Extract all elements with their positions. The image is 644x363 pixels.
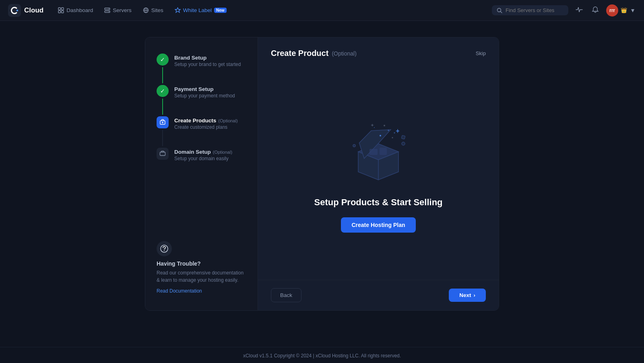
- sites-icon: [143, 7, 149, 13]
- search-icon: [497, 8, 502, 13]
- step-domain-title: Domain Setup (Optional): [174, 149, 232, 155]
- svg-point-7: [109, 8, 109, 9]
- connector-3: [162, 130, 163, 146]
- main-content: ✓ Brand Setup Setup your brand to get st…: [0, 21, 644, 347]
- svg-point-19: [164, 250, 165, 251]
- svg-rect-4: [62, 11, 64, 13]
- help-description: Read our comprehensive documentation & l…: [157, 269, 246, 284]
- help-link[interactable]: Read Documentation: [157, 288, 202, 294]
- svg-point-25: [394, 132, 395, 133]
- svg-rect-3: [58, 11, 61, 13]
- svg-point-24: [384, 125, 385, 126]
- step-payment-subtitle: Setup your payment method: [174, 93, 235, 99]
- right-panel: Create Product (Optional) Skip: [258, 37, 499, 310]
- step-list: ✓ Brand Setup Setup your brand to get st…: [157, 54, 246, 229]
- setup-title: Setup Products & Start Selling: [314, 197, 442, 208]
- step-payment-setup: ✓ Payment Setup Setup your payment metho…: [157, 85, 246, 116]
- step-products-title: Create Products (Optional): [174, 118, 238, 124]
- whitelabel-badge: New: [214, 8, 227, 13]
- user-chevron-icon: ▾: [630, 5, 636, 16]
- svg-rect-31: [401, 135, 405, 139]
- step-payment-title: Payment Setup: [174, 86, 235, 92]
- help-section: Having Trouble? Read our comprehensive d…: [157, 229, 246, 294]
- step-create-products: Create Products (Optional) Create custom…: [157, 116, 246, 148]
- nav-item-sites[interactable]: Sites: [138, 5, 168, 16]
- connector-1: [162, 67, 163, 83]
- search-input[interactable]: [506, 7, 564, 13]
- avatar: rrr: [606, 4, 618, 16]
- notification-icon[interactable]: [590, 4, 601, 16]
- step-brand-setup: ✓ Brand Setup Setup your brand to get st…: [157, 54, 246, 85]
- whitelabel-icon: [175, 7, 181, 13]
- servers-icon: [104, 7, 110, 13]
- step-domain-subtitle: Setup your domain easily: [174, 156, 232, 161]
- nav-right: rrr 👑 ▾: [492, 4, 636, 16]
- nav-item-servers[interactable]: Servers: [99, 5, 136, 16]
- nav-items: Dashboard Servers Sites White Label: [53, 5, 489, 16]
- svg-rect-2: [62, 8, 64, 10]
- connector-2: [162, 99, 163, 115]
- next-button[interactable]: Next ›: [449, 289, 486, 302]
- crown-icon: 👑: [621, 7, 627, 13]
- svg-point-23: [374, 127, 375, 128]
- create-hosting-plan-button[interactable]: Create Hosting Plan: [341, 217, 415, 233]
- right-header: Create Product (Optional) Skip: [258, 37, 499, 66]
- back-button[interactable]: Back: [271, 288, 301, 302]
- logo[interactable]: Cloud: [8, 4, 43, 17]
- nav-item-dashboard[interactable]: Dashboard: [53, 5, 98, 16]
- svg-point-22: [392, 137, 393, 138]
- box-illustration: [342, 113, 415, 186]
- svg-point-8: [109, 11, 109, 12]
- step-brand-icon: ✓: [157, 54, 169, 66]
- right-body: Setup Products & Start Selling Create Ho…: [258, 66, 499, 280]
- svg-point-20: [380, 135, 381, 136]
- nav-item-whitelabel[interactable]: White Label New: [170, 5, 231, 16]
- svg-point-29: [402, 142, 405, 145]
- svg-rect-1: [58, 8, 61, 10]
- pulse-icon[interactable]: [574, 4, 584, 16]
- dashboard-icon: [58, 7, 64, 13]
- svg-point-21: [388, 130, 389, 131]
- topnav: Cloud Dashboard Servers: [0, 0, 644, 21]
- step-domain-icon: [157, 148, 169, 160]
- step-brand-subtitle: Setup your brand to get started: [174, 62, 241, 67]
- svg-rect-27: [369, 149, 378, 155]
- svg-line-13: [501, 11, 502, 13]
- step-domain-setup: Domain Setup (Optional) Setup your domai…: [157, 148, 246, 161]
- help-icon: [157, 241, 172, 256]
- step-products-subtitle: Create customized plans: [174, 124, 238, 130]
- user-menu[interactable]: rrr 👑 ▾: [606, 4, 636, 16]
- search-box[interactable]: [492, 5, 568, 15]
- step-products-icon: [157, 116, 169, 128]
- svg-rect-17: [160, 152, 165, 156]
- svg-point-30: [353, 144, 355, 147]
- skip-link[interactable]: Skip: [476, 50, 486, 56]
- help-title: Having Trouble?: [157, 260, 246, 267]
- wizard-container: ✓ Brand Setup Setup your brand to get st…: [145, 37, 499, 311]
- svg-rect-28: [380, 148, 387, 155]
- step-payment-icon: ✓: [157, 85, 169, 97]
- logo-text: Cloud: [24, 6, 43, 14]
- page-title: Create Product (Optional): [271, 49, 357, 58]
- left-panel: ✓ Brand Setup Setup your brand to get st…: [145, 37, 258, 310]
- step-brand-title: Brand Setup: [174, 55, 241, 61]
- next-chevron-icon: ›: [474, 292, 476, 298]
- logo-icon: [8, 4, 21, 17]
- footer-version: xCloud v1.5.1: [243, 353, 272, 359]
- svg-rect-0: [8, 4, 21, 17]
- svg-point-18: [161, 245, 168, 252]
- right-footer: Back Next ›: [258, 280, 499, 310]
- page-footer: xCloud v1.5.1 Copyright © 2024 | xCloud …: [0, 347, 644, 363]
